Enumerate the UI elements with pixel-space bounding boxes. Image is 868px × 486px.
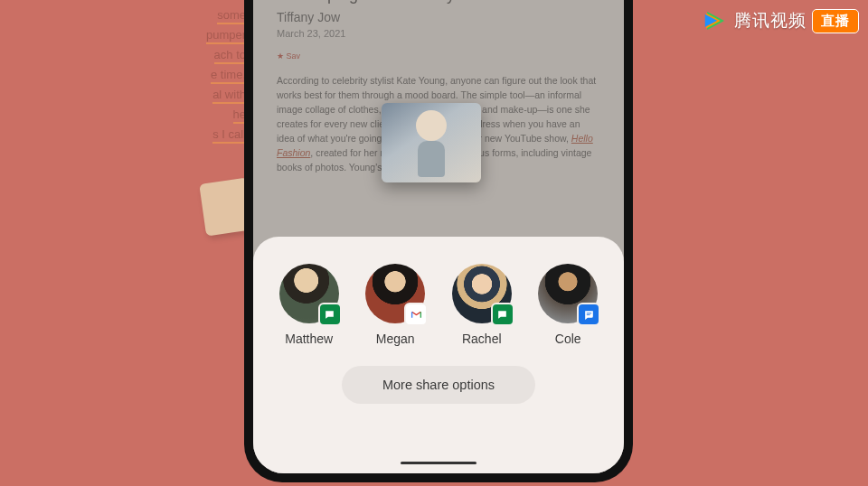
svg-rect-1 [587,313,590,314]
share-contact-rachel[interactable]: Rachel [444,264,520,346]
gesture-bar[interactable] [401,462,476,465]
messages-icon [577,303,600,326]
share-contacts-row: Matthew Megan [253,237,624,346]
contact-name: Megan [376,332,415,346]
tencent-video-watermark: 腾讯视频 直播 [702,7,859,34]
avatar [279,264,339,323]
live-badge: 直播 [812,9,859,33]
chat-icon [318,303,342,326]
gmail-icon [404,303,428,326]
contact-name: Matthew [285,332,333,346]
share-sheet: Matthew Megan [253,237,624,473]
more-share-options-button[interactable]: More share options [342,366,535,404]
avatar [365,264,425,323]
bg-text: some pumper ach to e time, al with he s … [192,5,246,145]
watermark-brand: 腾讯视频 [734,9,807,33]
share-contact-matthew[interactable]: Matthew [271,264,347,346]
avatar [538,264,598,323]
phone-frame: Developing Personal Style Tiffany Jow Ma… [244,0,633,482]
avatar [452,264,512,323]
stage: some pumper ach to e time, al with he s … [0,0,868,486]
contact-name: Rachel [462,332,502,346]
tencent-video-icon [702,7,729,34]
svg-rect-0 [587,313,591,313]
share-preview-thumbnail[interactable] [382,103,481,182]
share-contact-megan[interactable]: Megan [357,264,433,346]
phone-screen: Developing Personal Style Tiffany Jow Ma… [253,0,624,473]
contact-name: Cole [555,332,581,346]
share-contact-cole[interactable]: Cole [530,264,606,346]
chat-icon [491,303,514,326]
